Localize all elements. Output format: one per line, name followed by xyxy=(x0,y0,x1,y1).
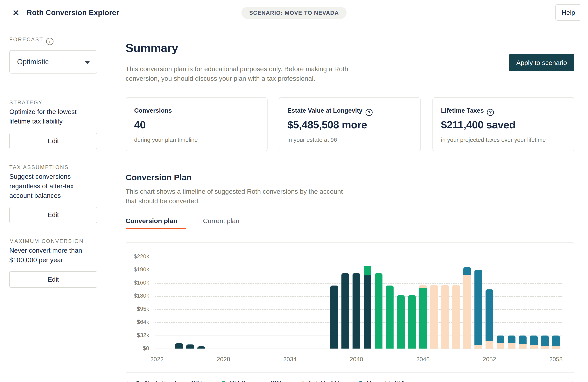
forecast-label-text: FORECAST xyxy=(9,37,43,42)
x-axis-tick-label: 2034 xyxy=(274,356,305,363)
bar-2043-green[interactable] xyxy=(386,286,394,349)
y-axis-tick-label: $160k xyxy=(128,279,149,286)
forecast-section-label: FORECASTi xyxy=(9,37,53,45)
tax-assumptions-text: Suggest conversions regardless of after-… xyxy=(9,172,91,200)
tax-assumptions-section-label: TAX ASSUMPTIONS xyxy=(9,164,69,170)
bar-2050-peach[interactable] xyxy=(463,275,471,349)
legend-item: Fidelity IRA xyxy=(301,380,341,382)
y-axis-tick-label: $64k xyxy=(128,319,149,325)
info-icon[interactable]: i xyxy=(46,38,53,45)
stat-value: $211,400 saved xyxy=(441,119,515,131)
bar-2052-teal[interactable] xyxy=(485,289,493,341)
conversion-plan-chart-card: $0$32k$64k$95k$130k$160k$190k$220k202220… xyxy=(126,242,574,382)
help-circle-icon[interactable]: ? xyxy=(487,109,494,116)
chart-legend-divider xyxy=(126,372,574,373)
stat-value: 40 xyxy=(134,119,146,131)
conversions-stat-card: Conversions 40 during your plan timeline xyxy=(126,97,268,151)
stat-label: Lifetime Taxes? xyxy=(441,107,494,116)
legend-dot-icon xyxy=(358,381,363,382)
bar-2058-peach[interactable] xyxy=(552,346,560,349)
bar-2055-peach[interactable] xyxy=(519,344,526,349)
help-circle-icon[interactable]: ? xyxy=(366,109,373,116)
bar-2057-teal[interactable] xyxy=(541,336,549,346)
scenario-badge: SCENARIO: MOVE TO NEVADA xyxy=(241,7,346,19)
disclaimer-text: This conversion plan is for educational … xyxy=(126,64,351,83)
y-axis-tick-label: $190k xyxy=(128,266,149,273)
legend-label: Fidelity IRA xyxy=(309,380,341,382)
chart-legend: Alex's Employer 401kOld Company 401kFide… xyxy=(136,380,405,382)
y-axis-tick-label: $0 xyxy=(128,345,149,351)
sidebar-divider xyxy=(0,86,107,86)
bar-2040-navy[interactable] xyxy=(353,273,360,349)
legend-label: Alex's Employer 401k xyxy=(144,380,204,382)
bar-2046-peach[interactable] xyxy=(419,285,427,288)
stat-label: Conversions xyxy=(134,107,172,114)
bar-2026-navy[interactable] xyxy=(197,346,205,349)
bar-2025-navy[interactable] xyxy=(186,344,194,349)
bar-2041-navy[interactable] xyxy=(364,276,371,349)
y-axis-tick-label: $32k xyxy=(128,332,149,339)
legend-dot-icon xyxy=(301,381,305,382)
y-axis-tick-label: $220k xyxy=(128,253,149,260)
bar-2053-peach[interactable] xyxy=(497,343,504,349)
legend-item: Hannah's IRA xyxy=(358,380,405,382)
bar-2046-green[interactable] xyxy=(419,288,427,349)
bar-2058-teal[interactable] xyxy=(552,336,560,347)
bar-2057-peach[interactable] xyxy=(541,346,549,349)
bar-2051-peach[interactable] xyxy=(474,345,482,349)
app-title: Roth Conversion Explorer xyxy=(27,0,119,25)
legend-label: Hannah's IRA xyxy=(367,380,405,382)
sidebar: FORECASTi Optimistic STRATEGY Optimize f… xyxy=(0,25,107,382)
x-axis-tick-label: 2046 xyxy=(407,356,439,363)
strategy-edit-button[interactable]: Edit xyxy=(9,133,97,149)
stat-subtext: in your projected taxes over your lifeti… xyxy=(441,137,546,143)
bar-2055-teal[interactable] xyxy=(519,336,526,344)
bar-2056-teal[interactable] xyxy=(530,336,538,345)
close-icon[interactable]: ✕ xyxy=(10,0,22,25)
stat-value: $5,485,508 more xyxy=(287,119,367,131)
bar-2039-navy[interactable] xyxy=(341,273,349,349)
bar-2041-green[interactable] xyxy=(364,266,371,276)
estate-value-stat-card: Estate Value at Longevity? $5,485,508 mo… xyxy=(279,97,421,151)
apply-to-scenario-button[interactable]: Apply to scenario xyxy=(509,54,574,71)
forecast-select[interactable]: Optimistic xyxy=(9,50,97,74)
legend-item: Alex's Employer 401k xyxy=(136,380,204,382)
forecast-select-value: Optimistic xyxy=(17,51,49,73)
bar-2054-teal[interactable] xyxy=(508,336,515,343)
help-button[interactable]: Help xyxy=(555,4,581,21)
main-content: Summary This conversion plan is for educ… xyxy=(126,25,574,382)
bar-2050-teal[interactable] xyxy=(463,267,471,275)
stat-subtext: in your estate at 96 xyxy=(287,137,337,143)
bar-2054-peach[interactable] xyxy=(508,343,515,349)
tax-assumptions-edit-button[interactable]: Edit xyxy=(9,207,97,223)
bar-2053-teal[interactable] xyxy=(497,336,504,343)
bar-2044-green[interactable] xyxy=(397,295,405,349)
x-axis-tick-label: 2040 xyxy=(341,356,372,363)
bar-2056-peach[interactable] xyxy=(530,345,538,349)
bar-2038-navy[interactable] xyxy=(330,286,338,349)
bar-2048-peach[interactable] xyxy=(441,285,449,349)
stat-label-text: Lifetime Taxes xyxy=(441,107,484,114)
bar-2042-green[interactable] xyxy=(375,273,382,349)
conversion-plan-title: Conversion Plan xyxy=(126,173,191,182)
tab-conversion-plan[interactable]: Conversion plan xyxy=(126,215,177,229)
strategy-section-label: STRATEGY xyxy=(9,100,43,106)
top-bar: ✕ Roth Conversion Explorer SCENARIO: MOV… xyxy=(0,0,588,25)
legend-dot-icon xyxy=(136,381,140,382)
tab-current-plan[interactable]: Current plan xyxy=(203,215,239,229)
maximum-conversion-text: Never convert more than $100,000 per yea… xyxy=(9,246,91,265)
bar-2052-peach[interactable] xyxy=(485,341,493,349)
bar-2047-peach[interactable] xyxy=(430,285,438,349)
chart-tabs: Conversion plan Current plan xyxy=(126,215,574,229)
active-tab-underline xyxy=(126,228,186,229)
x-axis-tick-label: 2058 xyxy=(540,356,571,363)
bar-2051-teal[interactable] xyxy=(474,270,482,345)
bar-2045-green[interactable] xyxy=(408,295,416,349)
conversion-plan-description: This chart shows a timeline of suggested… xyxy=(126,187,351,206)
chevron-down-icon xyxy=(84,61,90,64)
legend-dot-icon xyxy=(221,381,226,382)
gridline xyxy=(155,270,562,270)
maximum-conversion-edit-button[interactable]: Edit xyxy=(9,271,97,288)
bar-2049-peach[interactable] xyxy=(452,285,460,349)
bar-2024-navy[interactable] xyxy=(175,343,183,349)
